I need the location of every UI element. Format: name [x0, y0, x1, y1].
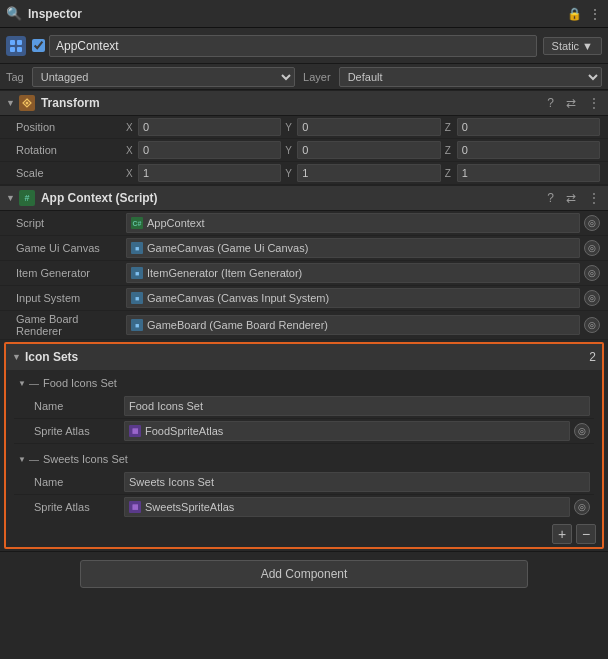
- scale-row: Scale X Y Z: [0, 162, 608, 185]
- item-generator-ref[interactable]: ■ ItemGenerator (Item Generator): [126, 263, 580, 283]
- transform-menu-btn[interactable]: ⋮: [586, 96, 602, 110]
- game-board-renderer-text: GameBoard (Game Board Renderer): [147, 319, 328, 331]
- static-dropdown-icon: ▼: [582, 40, 593, 52]
- icon-sets-section: ▼ Icon Sets 2 ▼ — Food Icons Set Name Sp…: [4, 342, 604, 549]
- icon-sets-add-btn[interactable]: +: [552, 524, 572, 544]
- layer-label: Layer: [303, 71, 331, 83]
- icon-sets-remove-btn[interactable]: −: [576, 524, 596, 544]
- food-sprite-text: FoodSpriteAtlas: [145, 425, 223, 437]
- appcontext-settings-btn[interactable]: ⇄: [564, 191, 578, 205]
- food-name-input[interactable]: [124, 396, 590, 416]
- sweets-sprite-picker-btn[interactable]: ◎: [574, 499, 590, 515]
- position-z-input[interactable]: [457, 118, 600, 136]
- appcontext-section-header[interactable]: ▼ # App Context (Script) ? ⇄ ⋮: [0, 185, 608, 211]
- appcontext-menu-btn[interactable]: ⋮: [586, 191, 602, 205]
- rotation-z-input[interactable]: [457, 141, 600, 159]
- sweets-sprite-row: Sprite Atlas ▦ SweetsSpriteAtlas ◎: [14, 495, 594, 519]
- input-system-picker-btn[interactable]: ◎: [584, 290, 600, 306]
- game-ui-canvas-ref[interactable]: ■ GameCanvas (Game Ui Canvas): [126, 238, 580, 258]
- appcontext-help-btn[interactable]: ?: [545, 191, 556, 205]
- food-icons-collapse-icon: ▼: [18, 379, 26, 388]
- object-name-input[interactable]: [49, 35, 537, 57]
- sweets-name-row: Name: [14, 470, 594, 495]
- food-sprite-icon: ▦: [129, 425, 141, 437]
- game-ui-canvas-text: GameCanvas (Game Ui Canvas): [147, 242, 308, 254]
- transform-section-header[interactable]: ▼ Transform ? ⇄ ⋮: [0, 90, 608, 116]
- icon-sets-footer: + −: [6, 521, 602, 547]
- food-sprite-picker-btn[interactable]: ◎: [574, 423, 590, 439]
- food-name-row: Name: [14, 394, 594, 419]
- sweets-name-input[interactable]: [124, 472, 590, 492]
- svg-point-4: [25, 102, 28, 105]
- menu-icon[interactable]: ⋮: [588, 6, 602, 22]
- object-active-checkbox[interactable]: [32, 39, 45, 52]
- input-system-ref[interactable]: ■ GameCanvas (Canvas Input System): [126, 288, 580, 308]
- input-system-text: GameCanvas (Canvas Input System): [147, 292, 329, 304]
- sweets-icons-expand-indicator: —: [29, 454, 39, 465]
- rotation-x-label: X: [126, 145, 136, 156]
- food-icons-group-label: Food Icons Set: [43, 377, 117, 389]
- transform-settings-btn[interactable]: ⇄: [564, 96, 578, 110]
- position-y-input[interactable]: [297, 118, 440, 136]
- title-bar: 🔍 Inspector 🔒 ⋮: [0, 0, 608, 28]
- add-component-bar: Add Component: [0, 551, 608, 596]
- position-x-label: X: [126, 122, 136, 133]
- tag-select[interactable]: Untagged: [32, 67, 295, 87]
- rotation-z-label: Z: [445, 145, 455, 156]
- rotation-y-label: Y: [285, 145, 295, 156]
- sweets-icons-set-item: ▼ — Sweets Icons Set Name Sprite Atlas ▦…: [6, 446, 602, 521]
- rotation-y-input[interactable]: [297, 141, 440, 159]
- svg-rect-3: [17, 47, 22, 52]
- appcontext-collapse-icon: ▼: [6, 193, 15, 203]
- script-picker-btn[interactable]: ◎: [584, 215, 600, 231]
- script-ref-text: AppContext: [147, 217, 204, 229]
- food-sprite-label: Sprite Atlas: [34, 425, 124, 437]
- transform-help-btn[interactable]: ?: [545, 96, 556, 110]
- tag-label: Tag: [6, 71, 24, 83]
- add-component-button[interactable]: Add Component: [80, 560, 528, 588]
- position-x-input[interactable]: [138, 118, 281, 136]
- scale-z-label: Z: [445, 168, 455, 179]
- scale-z-input[interactable]: [457, 164, 600, 182]
- layer-select[interactable]: Default: [339, 67, 602, 87]
- game-board-renderer-picker-btn[interactable]: ◎: [584, 317, 600, 333]
- svg-rect-2: [10, 47, 15, 52]
- rotation-row: Rotation X Y Z: [0, 139, 608, 162]
- object-icon: [6, 36, 26, 56]
- game-board-renderer-row: Game Board Renderer ■ GameBoard (Game Bo…: [0, 311, 608, 340]
- lock-icon[interactable]: 🔒: [567, 7, 582, 21]
- inspector-icon: 🔍: [6, 6, 22, 21]
- script-row: Script C# AppContext ◎: [0, 211, 608, 236]
- position-z-label: Z: [445, 122, 455, 133]
- object-header: Static ▼: [0, 28, 608, 64]
- sweets-sprite-label: Sprite Atlas: [34, 501, 124, 513]
- game-board-renderer-ref[interactable]: ■ GameBoard (Game Board Renderer): [126, 315, 580, 335]
- game-ui-canvas-picker-btn[interactable]: ◎: [584, 240, 600, 256]
- icon-sets-header[interactable]: ▼ Icon Sets 2: [6, 344, 602, 370]
- svg-rect-0: [10, 40, 15, 45]
- sweets-sprite-ref[interactable]: ▦ SweetsSpriteAtlas: [124, 497, 570, 517]
- sweets-icons-group-label: Sweets Icons Set: [43, 453, 128, 465]
- position-label: Position: [16, 121, 126, 133]
- item-generator-text: ItemGenerator (Item Generator): [147, 267, 302, 279]
- rotation-x-input[interactable]: [138, 141, 281, 159]
- scale-y-input[interactable]: [297, 164, 440, 182]
- sweets-sprite-text: SweetsSpriteAtlas: [145, 501, 234, 513]
- sweets-icons-set-header[interactable]: ▼ — Sweets Icons Set: [14, 448, 594, 470]
- item-generator-picker-btn[interactable]: ◎: [584, 265, 600, 281]
- food-icons-set-item: ▼ — Food Icons Set Name Sprite Atlas ▦ F…: [6, 370, 602, 446]
- scale-x-input[interactable]: [138, 164, 281, 182]
- appcontext-title: App Context (Script): [41, 191, 545, 205]
- input-system-icon: ■: [131, 292, 143, 304]
- food-icons-expand-indicator: —: [29, 378, 39, 389]
- rotation-label: Rotation: [16, 144, 126, 156]
- script-ref-field[interactable]: C# AppContext: [126, 213, 580, 233]
- game-ui-canvas-label: Game Ui Canvas: [16, 242, 126, 254]
- food-icons-set-header[interactable]: ▼ — Food Icons Set: [14, 372, 594, 394]
- icon-sets-title: Icon Sets: [25, 350, 589, 364]
- input-system-label: Input System: [16, 292, 126, 304]
- static-badge[interactable]: Static ▼: [543, 37, 602, 55]
- game-ui-canvas-icon: ■: [131, 242, 143, 254]
- food-sprite-ref[interactable]: ▦ FoodSpriteAtlas: [124, 421, 570, 441]
- sweets-sprite-icon: ▦: [129, 501, 141, 513]
